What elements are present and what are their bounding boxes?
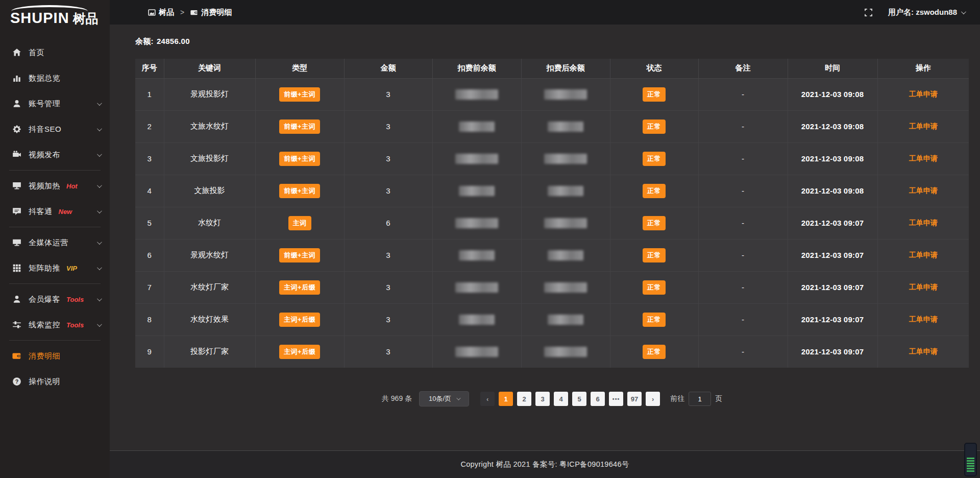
page-button-5[interactable]: 5 xyxy=(572,392,586,406)
chevron-down-icon xyxy=(97,265,102,270)
sidebar-item-会员爆客[interactable]: 会员爆客 Tools xyxy=(0,286,110,312)
serial-cell: 7 xyxy=(135,271,164,303)
sidebar-item-操作说明[interactable]: ? 操作说明 xyxy=(0,369,110,394)
goto-page-input[interactable] xyxy=(689,392,711,406)
sidebar-item-抖音SEO[interactable]: 抖音SEO xyxy=(0,116,110,142)
page-button-97[interactable]: 97 xyxy=(627,392,642,406)
status-cell: 正常 xyxy=(610,142,698,175)
breadcrumb-item-home[interactable]: 树品 xyxy=(159,8,174,17)
fullscreen-icon[interactable] xyxy=(864,8,873,17)
sidebar-badge: Hot xyxy=(66,182,78,190)
column-header-amount: 金额 xyxy=(344,59,432,78)
ticket-request-link[interactable]: 工单申请 xyxy=(909,122,938,130)
table-row: 2 文旅水纹灯 前缀+主词 3 正常 - 2021-12-03 09:08 工单… xyxy=(135,110,969,142)
masked-balance-after xyxy=(544,282,587,293)
ticket-request-link[interactable]: 工单申请 xyxy=(909,186,938,195)
sidebar-badge: New xyxy=(59,208,72,216)
sidebar-item-视频发布[interactable]: 视频发布 xyxy=(0,142,110,168)
corner-widget-stripes xyxy=(967,458,974,473)
topbar: 树品 > 消费明细 用户名: zswodun88 xyxy=(110,0,980,25)
serial-cell: 8 xyxy=(135,303,164,336)
balance-after-cell xyxy=(521,336,610,368)
ticket-request-link[interactable]: 工单申请 xyxy=(909,90,938,98)
time-cell: 2021-12-03 09:08 xyxy=(788,175,877,207)
page-button-6[interactable]: 6 xyxy=(591,392,605,406)
logo-text-en: SHUPIN xyxy=(10,10,69,27)
sliders-icon xyxy=(12,320,21,329)
status-cell: 正常 xyxy=(610,110,698,142)
sidebar-item-线索监控[interactable]: 线索监控 Tools xyxy=(0,312,110,338)
masked-balance-before xyxy=(459,122,495,132)
balance-before-cell xyxy=(432,239,521,271)
amount-cell: 3 xyxy=(344,78,432,110)
member-icon xyxy=(12,295,21,304)
column-header-status: 状态 xyxy=(610,59,698,78)
type-tag: 主词 xyxy=(288,216,311,230)
balance-line: 余额:24856.00 xyxy=(135,37,980,46)
type-cell: 前缀+主词 xyxy=(255,239,344,271)
time-cell: 2021-12-03 09:08 xyxy=(788,110,877,142)
status-cell: 正常 xyxy=(610,239,698,271)
column-header-balance-after: 扣费后余额 xyxy=(521,59,610,78)
page-button-3[interactable]: 3 xyxy=(535,392,550,406)
remark-cell: - xyxy=(698,142,788,175)
time-cell: 2021-12-03 09:07 xyxy=(788,239,877,271)
page-button-•••[interactable]: ••• xyxy=(609,392,623,406)
pagination-total: 共 969 条 xyxy=(382,394,412,403)
amount-cell: 3 xyxy=(344,271,432,303)
status-tag: 正常 xyxy=(643,184,666,198)
masked-balance-after xyxy=(548,315,583,325)
sidebar-badge: VIP xyxy=(66,265,77,272)
balance-before-cell xyxy=(432,207,521,239)
sidebar-item-数据总览[interactable]: 数据总览 xyxy=(0,65,110,91)
table-row: 6 景观水纹灯 前缀+主词 3 正常 - 2021-12-03 09:07 工单… xyxy=(135,239,969,271)
serial-cell: 5 xyxy=(135,207,164,239)
corner-widget[interactable] xyxy=(964,443,977,476)
user-menu[interactable]: 用户名: zswodun88 xyxy=(888,8,965,17)
sidebar-item-矩阵助推[interactable]: 矩阵助推 VIP xyxy=(0,255,110,281)
sidebar-badge: Tools xyxy=(66,296,84,303)
next-page-button[interactable]: › xyxy=(646,392,660,406)
keyword-cell: 水纹灯厂家 xyxy=(164,271,255,303)
masked-balance-before xyxy=(459,186,495,196)
sidebar-item-消费明细[interactable]: 消费明细 xyxy=(0,343,110,369)
masked-balance-before xyxy=(455,89,498,100)
sidebar-item-视频加热[interactable]: 视频加热 Hot xyxy=(0,173,110,199)
sidebar-item-全媒体运营[interactable]: 全媒体运营 xyxy=(0,230,110,255)
page-button-2[interactable]: 2 xyxy=(517,392,531,406)
type-cell: 前缀+主词 xyxy=(255,78,344,110)
keyword-cell: 文旅水纹灯 xyxy=(164,110,255,142)
time-cell: 2021-12-03 09:07 xyxy=(788,271,877,303)
keyword-cell: 景观水纹灯 xyxy=(164,239,255,271)
column-header-keyword: 关键词 xyxy=(164,59,255,78)
page-button-1[interactable]: 1 xyxy=(499,392,513,406)
ticket-request-link[interactable]: 工单申请 xyxy=(909,315,938,323)
action-cell: 工单申请 xyxy=(877,78,969,110)
sidebar-item-抖客通[interactable]: 抖客通 New xyxy=(0,199,110,224)
type-cell: 主词+后缀 xyxy=(255,303,344,336)
previous-page-button[interactable]: ‹ xyxy=(480,392,495,406)
column-header-remark: 备注 xyxy=(698,59,788,78)
sidebar-divider xyxy=(9,227,101,227)
status-tag: 正常 xyxy=(643,248,666,262)
sidebar-menu: 首页 数据总览 账号管理 抖音SEO 视频发布 视频加热 Hot 抖客通 New… xyxy=(0,40,110,394)
app-window: SHUPIN 树品 首页 数据总览 账号管理 抖音SEO 视频发布 视频加热 H… xyxy=(0,0,980,478)
type-tag: 前缀+主词 xyxy=(279,87,320,102)
masked-balance-before xyxy=(455,282,498,293)
status-tag: 正常 xyxy=(643,152,666,166)
ticket-request-link[interactable]: 工单申请 xyxy=(909,154,938,162)
sidebar-divider xyxy=(9,170,101,171)
ticket-request-link[interactable]: 工单申请 xyxy=(909,219,938,227)
keyword-cell: 景观投影灯 xyxy=(164,78,255,110)
keyword-cell: 水纹灯 xyxy=(164,207,255,239)
time-cell: 2021-12-03 09:07 xyxy=(788,207,877,239)
ticket-request-link[interactable]: 工单申请 xyxy=(909,251,938,259)
page-button-4[interactable]: 4 xyxy=(554,392,568,406)
ticket-request-link[interactable]: 工单申请 xyxy=(909,283,938,291)
ticket-request-link[interactable]: 工单申请 xyxy=(909,347,938,355)
sidebar-item-首页[interactable]: 首页 xyxy=(0,40,110,65)
chevron-down-icon xyxy=(97,208,102,213)
sidebar-item-账号管理[interactable]: 账号管理 xyxy=(0,91,110,116)
table-row: 5 水纹灯 主词 6 正常 - 2021-12-03 09:07 工单申请 xyxy=(135,207,969,239)
page-size-select[interactable]: 10条/页 xyxy=(419,391,469,407)
